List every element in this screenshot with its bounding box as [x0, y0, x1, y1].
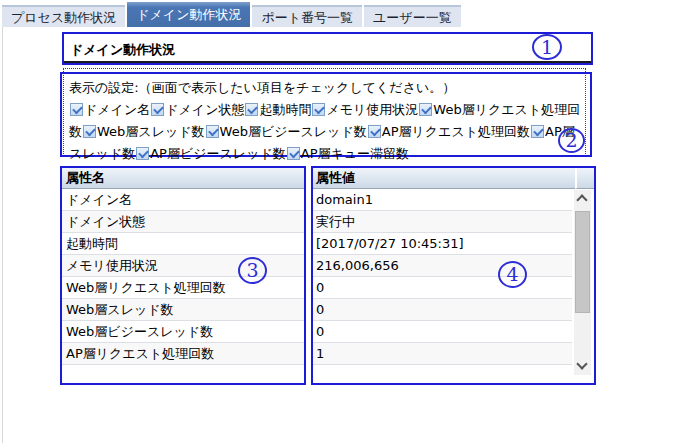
checkbox-icon[interactable] — [419, 103, 432, 116]
display-item-8: AP層リクエスト処理回数 — [367, 124, 530, 139]
table-row-name: ドメイン名 — [62, 189, 304, 211]
checkbox-label: AP層リクエスト処理回数 — [382, 124, 530, 139]
scroll-down-icon[interactable] — [576, 358, 587, 369]
display-item-7: Web層ビジースレッド数 — [205, 124, 367, 139]
checkbox-icon[interactable] — [287, 147, 300, 160]
checkbox-icon[interactable] — [312, 103, 325, 116]
attribute-value-header: 属性値 — [313, 168, 575, 189]
table-row-value: domain1 — [313, 189, 572, 211]
table-row-name: Web層リクエスト処理回数 — [62, 277, 304, 299]
display-item-2: ドメイン状態 — [150, 102, 244, 117]
display-item-1: ドメイン名 — [69, 102, 150, 117]
tab-2[interactable]: ドメイン動作状況 — [127, 2, 250, 27]
scrollbar-thumb[interactable] — [575, 211, 590, 313]
display-settings: 表示の設定:（画面で表示したい項目をチェックしてください。） ドメイン名ドメイン… — [69, 77, 583, 165]
table-row-value: 0 — [313, 277, 572, 299]
checkbox-icon[interactable] — [83, 125, 96, 138]
table-row-name: メモリ使用状況 — [62, 255, 304, 277]
display-item-3: 起動時間 — [244, 102, 311, 117]
checkbox-icon[interactable] — [245, 103, 258, 116]
attribute-name-rows: ドメイン名ドメイン状態起動時間メモリ使用状況Web層リクエスト処理回数Web層ス… — [62, 189, 304, 365]
table-row-value: 実行中 — [313, 211, 572, 233]
table-row-name: Web層ビジースレッド数 — [62, 321, 304, 343]
table-row-value: [2017/07/27 10:45:31] — [313, 233, 572, 255]
settings-label: 表示の設定:（画面で表示したい項目をチェックしてください。） — [69, 77, 583, 98]
vertical-scrollbar[interactable] — [574, 190, 591, 375]
scroll-up-icon[interactable] — [576, 194, 587, 205]
checkbox-label: メモリ使用状況 — [326, 102, 418, 117]
checkbox-label: ドメイン名 — [84, 102, 150, 117]
scrollbar-header-cell — [575, 168, 594, 189]
table-row-name: 起動時間 — [62, 233, 304, 255]
table-row-value: 1 — [313, 343, 572, 365]
annotation-circle-3: 3 — [238, 257, 267, 284]
attribute-name-table: 属性名 ドメイン名ドメイン状態起動時間メモリ使用状況Web層リクエスト処理回数W… — [60, 166, 306, 385]
annotation-circle-1: 1 — [532, 34, 562, 60]
tab-3[interactable]: ポート番号一覧 — [252, 5, 362, 27]
checkbox-label: AP層キュー滞留数 — [301, 146, 409, 161]
table-row-name: Web層スレッド数 — [62, 299, 304, 321]
checkbox-label: Web層ビジースレッド数 — [220, 124, 367, 139]
checkbox-icon[interactable] — [151, 103, 164, 116]
table-row-name: ドメイン状態 — [62, 211, 304, 233]
display-item-4: メモリ使用状況 — [311, 102, 418, 117]
checkbox-label: Web層スレッド数 — [97, 124, 205, 139]
page-left-border — [2, 27, 3, 443]
checkbox-icon[interactable] — [70, 103, 83, 116]
checkbox-icon[interactable] — [531, 125, 544, 138]
display-item-6: Web層スレッド数 — [82, 124, 205, 139]
page-title: ドメイン動作状況 — [64, 34, 591, 63]
checkbox-label: AP層ビジースレッド数 — [150, 146, 286, 161]
checkbox-icon[interactable] — [368, 125, 381, 138]
annotation-circle-2: 2 — [558, 128, 585, 153]
table-row-value: 0 — [313, 299, 572, 321]
attribute-value-header-row: 属性値 — [313, 168, 594, 189]
attribute-name-header: 属性名 — [62, 168, 304, 189]
annotation-circle-4: 4 — [498, 261, 527, 288]
tab-bar: プロセス動作状況ドメイン動作状況ポート番号一覧ユーザー一覧 — [2, 2, 461, 27]
table-row-value: 216,006,656 — [313, 255, 572, 277]
table-row-name: AP層リクエスト処理回数 — [62, 343, 304, 365]
domain-status-page: プロセス動作状況ドメイン動作状況ポート番号一覧ユーザー一覧 ドメイン動作状況 1… — [0, 0, 691, 443]
tab-1[interactable]: プロセス動作状況 — [2, 5, 125, 27]
table-row-value: 0 — [313, 321, 572, 343]
checkbox-icon[interactable] — [206, 125, 219, 138]
checkbox-label: ドメイン状態 — [165, 102, 244, 117]
display-item-10: AP層ビジースレッド数 — [135, 146, 286, 161]
attribute-value-body: domain1実行中[2017/07/27 10:45:31]216,006,6… — [313, 189, 594, 381]
settings-checkbox-flow: ドメイン名ドメイン状態起動時間メモリ使用状況Web層リクエスト処理回数Web層ス… — [69, 99, 583, 165]
attribute-value-rows: domain1実行中[2017/07/27 10:45:31]216,006,6… — [313, 189, 572, 365]
checkbox-label: 起動時間 — [259, 102, 311, 117]
tab-4[interactable]: ユーザー一覧 — [364, 5, 461, 27]
display-item-11: AP層キュー滞留数 — [286, 146, 409, 161]
attribute-value-table: 属性値 domain1実行中[2017/07/27 10:45:31]216,0… — [311, 166, 596, 385]
checkbox-icon[interactable] — [136, 147, 149, 160]
title-annotation-box: ドメイン動作状況 — [62, 32, 593, 65]
